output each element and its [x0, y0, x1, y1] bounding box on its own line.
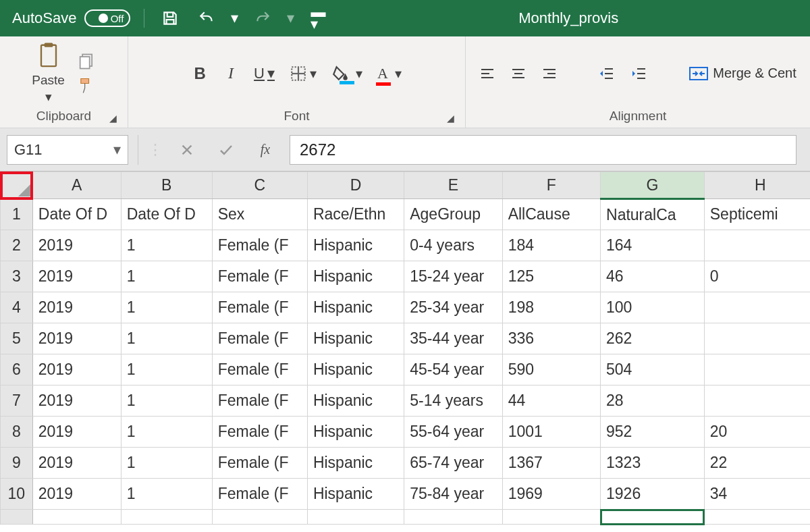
cell[interactable]: 2019 [32, 448, 121, 479]
dialog-launcher-icon[interactable]: ◢ [447, 113, 454, 124]
name-box[interactable]: G11 ▾ [7, 135, 128, 165]
cell[interactable]: 15-24 year [404, 261, 502, 292]
cell[interactable]: 1323 [601, 448, 705, 479]
fill-color-button[interactable]: ▾ [330, 62, 364, 85]
cell[interactable]: Sex [212, 199, 307, 230]
cell[interactable] [704, 385, 810, 417]
cell[interactable]: Female (F [212, 261, 307, 292]
cell[interactable]: 164 [601, 230, 705, 261]
cell[interactable]: 1 [121, 354, 212, 385]
cell[interactable]: 1 [121, 292, 212, 323]
cell[interactable]: 0-4 years [404, 230, 502, 261]
font-color-button[interactable]: A ▾ [376, 62, 403, 85]
cell[interactable]: 25-34 year [404, 292, 502, 323]
cell[interactable]: AgeGroup [404, 199, 502, 230]
cell[interactable]: 262 [601, 323, 705, 354]
cell[interactable]: 20 [704, 417, 810, 448]
cell[interactable]: 34 [704, 479, 810, 510]
undo-caret-icon[interactable]: ▾ [231, 9, 238, 27]
cell[interactable]: Female (F [212, 479, 307, 510]
cell[interactable]: 1 [121, 479, 212, 510]
cell[interactable]: 2019 [32, 261, 121, 292]
cell[interactable]: 100 [601, 292, 705, 323]
cell[interactable]: 1 [121, 385, 212, 417]
col-header-E[interactable]: E [404, 172, 502, 199]
cell[interactable]: Hispanic [307, 448, 404, 479]
cell[interactable]: 1969 [502, 479, 600, 510]
cell[interactable]: Female (F [212, 292, 307, 323]
row-header[interactable]: 1 [1, 199, 33, 230]
increase-indent-button[interactable] [629, 62, 649, 85]
autosave-switch[interactable]: Off [84, 9, 130, 27]
insert-function-button[interactable]: fx [250, 135, 280, 165]
cell[interactable]: Hispanic [307, 230, 404, 261]
row-header[interactable]: 6 [1, 354, 33, 385]
cell[interactable]: 2019 [32, 323, 121, 354]
cell[interactable]: 952 [601, 417, 705, 448]
cell[interactable]: 1 [121, 261, 212, 292]
cell[interactable]: Date Of D [121, 199, 212, 230]
cell[interactable]: Race/Ethn [307, 199, 404, 230]
row-header[interactable]: 8 [1, 417, 33, 448]
qat-customize-icon[interactable]: ▬▾ [306, 3, 327, 33]
cell[interactable]: 28 [601, 385, 705, 417]
cell[interactable] [704, 510, 810, 525]
col-header-B[interactable]: B [121, 172, 212, 199]
undo-button[interactable] [194, 6, 219, 30]
col-header-F[interactable]: F [502, 172, 600, 199]
cell[interactable]: Female (F [212, 323, 307, 354]
cell[interactable]: Hispanic [307, 292, 404, 323]
cell[interactable]: Hispanic [307, 479, 404, 510]
cell[interactable]: 46 [601, 261, 705, 292]
save-button[interactable] [158, 6, 182, 30]
cell[interactable]: 1 [121, 323, 212, 354]
cell[interactable]: Female (F [212, 448, 307, 479]
cell[interactable]: 2019 [32, 354, 121, 385]
cell[interactable]: 75-84 year [404, 479, 502, 510]
cell[interactable]: Hispanic [307, 385, 404, 417]
cell[interactable]: Septicemi [704, 199, 810, 230]
row-header[interactable]: 7 [1, 385, 33, 417]
row-header[interactable]: 2 [1, 230, 33, 261]
col-header-H[interactable]: H [704, 172, 810, 199]
row-header[interactable]: 4 [1, 292, 33, 323]
cell[interactable]: 336 [502, 323, 600, 354]
formula-input[interactable]: 2672 [290, 135, 796, 165]
col-header-A[interactable]: A [32, 172, 121, 199]
cell[interactable]: 35-44 year [404, 323, 502, 354]
cell[interactable]: 504 [601, 354, 705, 385]
enter-button[interactable] [211, 135, 241, 165]
cell[interactable]: 1367 [502, 448, 600, 479]
cell[interactable] [502, 510, 600, 525]
row-header[interactable]: 9 [1, 448, 33, 479]
cell[interactable] [32, 510, 121, 525]
dialog-launcher-icon[interactable]: ◢ [109, 113, 117, 124]
cell[interactable]: Hispanic [307, 417, 404, 448]
cell[interactable]: 1926 [601, 479, 705, 510]
align-right-button[interactable] [540, 62, 559, 85]
paste-button[interactable]: Paste ▾ [32, 42, 65, 105]
col-header-C[interactable]: C [212, 172, 307, 199]
cell[interactable]: 45-54 year [404, 354, 502, 385]
cell[interactable]: 1 [121, 448, 212, 479]
format-painter-icon[interactable] [77, 76, 96, 95]
cell[interactable]: AllCause [502, 199, 600, 230]
cell[interactable]: Female (F [212, 230, 307, 261]
cell[interactable] [307, 510, 404, 525]
col-header-D[interactable]: D [307, 172, 404, 199]
cell[interactable]: 590 [502, 354, 600, 385]
cell[interactable]: 22 [704, 448, 810, 479]
decrease-indent-button[interactable] [597, 62, 617, 85]
select-all-button[interactable] [1, 172, 33, 199]
cancel-button[interactable] [172, 135, 202, 165]
cell[interactable]: 198 [502, 292, 600, 323]
align-left-button[interactable] [478, 62, 497, 85]
italic-button[interactable]: I [221, 62, 240, 85]
cell[interactable]: 65-74 year [404, 448, 502, 479]
cell[interactable]: 0 [704, 261, 810, 292]
cell[interactable]: Female (F [212, 354, 307, 385]
row-header[interactable]: 5 [1, 323, 33, 354]
cell[interactable]: 2019 [32, 479, 121, 510]
cell[interactable] [404, 510, 502, 525]
col-header-G[interactable]: G [601, 172, 705, 199]
